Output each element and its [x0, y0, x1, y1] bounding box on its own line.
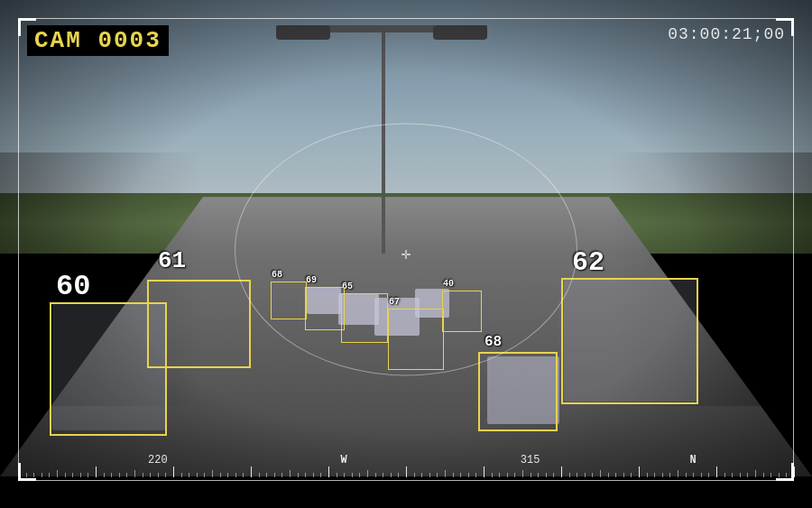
- detection-label-40: 40: [443, 279, 454, 289]
- detection-label-69: 69: [306, 275, 317, 285]
- detection-label-68b: 68: [272, 270, 282, 280]
- detection-box-40: 40: [442, 291, 482, 332]
- detection-box-68: 68: [478, 352, 558, 431]
- detection-label-61: 61: [158, 247, 186, 274]
- detection-label-68: 68: [484, 334, 502, 350]
- detection-label-62: 62: [572, 247, 604, 278]
- detection-box-68b: 68: [271, 282, 307, 319]
- camera-view: 60 61 62 68 65 69 68 67: [0, 0, 812, 508]
- detection-box-61: 61: [147, 280, 251, 368]
- detection-label-67: 67: [389, 297, 400, 307]
- detection-label-60: 60: [56, 270, 90, 303]
- detection-box-62: 62: [561, 278, 698, 404]
- detection-box-65: 65: [341, 293, 388, 343]
- detection-box-69: 69: [305, 287, 345, 330]
- detection-box-67: 67: [388, 309, 444, 370]
